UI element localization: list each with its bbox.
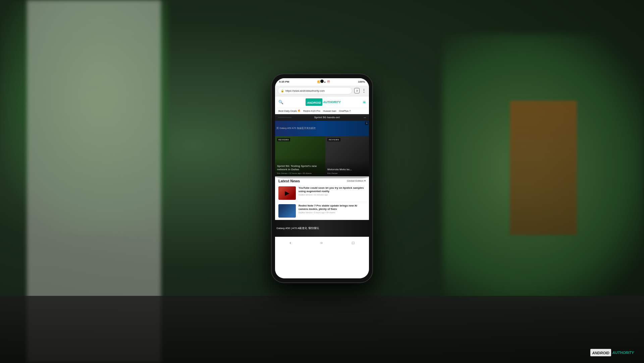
status-time: 5:35 PM	[279, 80, 289, 83]
news-author-2: Hadlee Simons	[299, 212, 312, 214]
url-text: https://www.androidauthority.com	[285, 89, 325, 92]
news-headline-2: Redmi Note 7 Pro stable update brings ne…	[299, 204, 366, 211]
news-item-1[interactable]: ▶ YouTube could soon let you try on lips…	[275, 184, 369, 202]
news-time-2: 2 hours ago	[314, 212, 325, 214]
global-edition[interactable]: Global Edition ▾	[347, 179, 366, 182]
news-content-1: YouTube could soon let you try on lipsti…	[299, 186, 366, 200]
home-button[interactable]: ○	[320, 240, 323, 245]
nav-best-deals-label: Best Daily Deals	[278, 109, 297, 112]
chevron-down-icon: ▾	[364, 179, 366, 182]
bluetooth-icon: 📶	[317, 81, 320, 83]
browser-bar: 🔒 https://www.androidauthority.com 3 ⋮	[275, 86, 369, 96]
watermark-box: ANDROID	[590, 349, 611, 356]
news-thumb-2	[278, 204, 296, 218]
news-content-2: Redmi Note 7 Pro stable update brings ne…	[299, 204, 366, 218]
url-bar[interactable]: 🔒 https://www.androidauthority.com	[278, 87, 352, 94]
nav-best-deals[interactable]: Best Daily Deals 🔥	[278, 109, 301, 112]
news-time-1: 21 minutes ago	[314, 194, 328, 196]
nav-pills: Best Daily Deals 🔥 Redmi K20 Pro Huawei …	[275, 108, 369, 114]
nav-redmi[interactable]: Redmi K20 Pro	[303, 109, 320, 112]
hamburger-icon[interactable]: ≡	[363, 99, 366, 105]
global-edition-label: Global Edition	[347, 179, 364, 182]
logo-box: ANDROID	[306, 98, 322, 106]
watermark-brand: ANDROID	[592, 351, 609, 355]
news-byline-2: Hadlee Simons • 2 hours ago • 56 shares	[299, 212, 366, 214]
back-button[interactable]: ‹	[290, 240, 291, 245]
fire-icon: 🔥	[298, 109, 301, 112]
phone-reflection	[272, 116, 372, 178]
battery-level: 100%	[358, 80, 365, 83]
aa-logo[interactable]: ANDROID AUTHORITY	[306, 98, 341, 106]
news-shares-val-2: 56 shares	[326, 212, 335, 214]
phone-wrapper: 5:35 PM 📶 ■ ▲ ⏰ 100% 🔒 https://www.andro…	[272, 74, 372, 282]
news-headline-1: YouTube could soon let you try on lipsti…	[299, 186, 366, 193]
browser-menu[interactable]: ⋮	[362, 88, 366, 93]
watermark: ANDROID AUTHORITY	[590, 349, 634, 356]
logo-authority: AUTHORITY	[323, 100, 341, 104]
nav-oneplus[interactable]: OnePlus 7	[339, 109, 351, 112]
bottom-ad[interactable]: Galaxy A50 | A70 A級進化 懂拍懂玩	[275, 220, 369, 237]
phone-nav: ‹ ○ □	[275, 237, 369, 249]
search-icon[interactable]: 🔍	[278, 100, 283, 104]
tab-count[interactable]: 3	[354, 88, 360, 93]
signal-icon: ▲	[324, 81, 326, 83]
aa-header: 🔍 ANDROID AUTHORITY ≡	[275, 96, 369, 108]
latest-news-title: Latest News	[278, 179, 300, 183]
news-author-1: Hadlee Simons	[299, 194, 312, 196]
bg-wood	[510, 101, 577, 235]
recents-button[interactable]: □	[352, 240, 354, 245]
logo-android: ANDROID	[307, 101, 321, 104]
watermark-brand-2: AUTHORITY	[612, 351, 634, 355]
bg-table	[0, 296, 644, 363]
news-thumb-1: ▶	[278, 186, 296, 200]
bottom-ad-inner: Galaxy A50 | A70 A級進化 懂拍懂玩	[275, 220, 369, 237]
bottom-ad-text: Galaxy A50 | A70 A級進化 懂拍懂玩	[275, 225, 320, 231]
alarm-icon: ⏰	[327, 81, 330, 83]
news-byline-1: Hadlee Simons • 21 minutes ago	[299, 194, 366, 196]
front-camera	[320, 80, 324, 83]
news-item-2[interactable]: Redmi Note 7 Pro stable update brings ne…	[275, 202, 369, 220]
lock-icon: 🔒	[281, 89, 284, 92]
nav-huawei[interactable]: Huawei ban	[323, 109, 336, 112]
